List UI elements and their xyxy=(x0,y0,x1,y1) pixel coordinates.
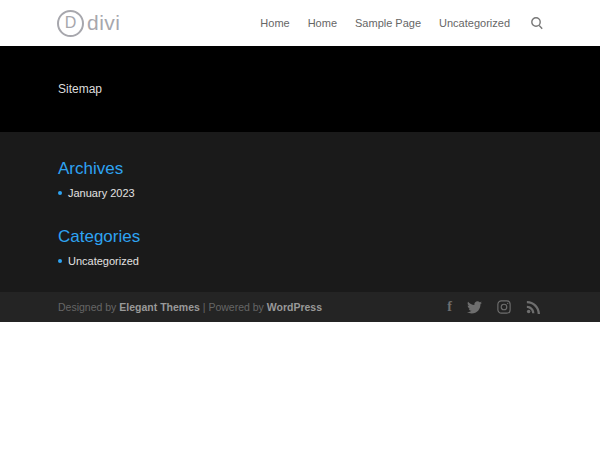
page-title-section: Sitemap xyxy=(0,46,600,132)
page-body-empty xyxy=(0,322,600,450)
archive-link-january-2023[interactable]: January 2023 xyxy=(68,187,135,199)
facebook-icon[interactable]: f xyxy=(447,300,452,314)
nav-item-home-1[interactable]: Home xyxy=(260,17,289,29)
site-header: D divi Home Home Sample Page Uncategoriz… xyxy=(0,0,600,46)
rss-icon[interactable] xyxy=(526,300,540,314)
credits-designed-by: Designed by xyxy=(58,301,119,313)
nav-item-uncategorized[interactable]: Uncategorized xyxy=(439,17,510,29)
divi-logo[interactable]: D divi xyxy=(57,10,121,37)
wordpress-link[interactable]: WordPress xyxy=(267,301,322,313)
categories-list: Uncategorized xyxy=(58,254,600,269)
archives-list: January 2023 xyxy=(58,186,600,201)
categories-widget-title: Categories xyxy=(58,227,600,247)
footer-widgets-section: Archives January 2023 Categories Uncateg… xyxy=(0,132,600,292)
search-icon[interactable] xyxy=(530,16,544,30)
logo-letter: D xyxy=(65,14,77,32)
archives-widget: Archives January 2023 xyxy=(58,159,600,201)
social-links: f xyxy=(447,300,540,314)
elegant-themes-link[interactable]: Elegant Themes xyxy=(119,301,200,313)
nav-item-home-2[interactable]: Home xyxy=(308,17,337,29)
nav-item-sample-page[interactable]: Sample Page xyxy=(355,17,421,29)
archives-widget-title: Archives xyxy=(58,159,600,179)
instagram-icon[interactable] xyxy=(497,300,511,314)
twitter-icon[interactable] xyxy=(467,301,482,314)
logo-text: divi xyxy=(87,11,121,35)
primary-nav: Home Home Sample Page Uncategorized xyxy=(260,16,544,30)
footer-bottom-bar: Designed by Elegant Themes | Powered by … xyxy=(0,292,600,322)
list-item: January 2023 xyxy=(58,186,600,201)
footer-credits: Designed by Elegant Themes | Powered by … xyxy=(58,301,322,313)
list-item: Uncategorized xyxy=(58,254,600,269)
divi-logo-icon: D xyxy=(57,10,84,37)
credits-powered-by: Powered by xyxy=(208,301,266,313)
category-link-uncategorized[interactable]: Uncategorized xyxy=(68,255,139,267)
page-title: Sitemap xyxy=(58,82,600,96)
categories-widget: Categories Uncategorized xyxy=(58,227,600,269)
